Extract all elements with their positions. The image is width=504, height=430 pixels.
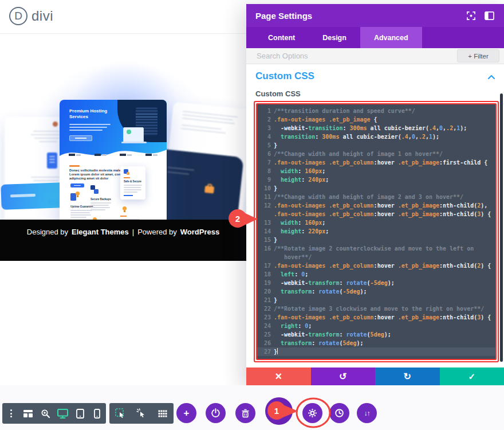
code-row[interactable]: 16/**Rotate image 2 counterclockwise and… [257, 244, 495, 253]
text-cursor [277, 348, 278, 354]
grid-mode-button[interactable] [155, 406, 170, 421]
code-row[interactable]: 9 height: 240px; [257, 175, 495, 184]
code-line: width: 160px; [274, 218, 495, 227]
custom-css-editor[interactable]: 1/**transition duration and speed curve*… [256, 103, 497, 360]
powered-by-text: Powered by [137, 228, 177, 236]
collapse-section-button[interactable] [487, 73, 496, 80]
line-number: 23 [257, 313, 274, 322]
code-row[interactable]: .fan-out-images .et_pb_column:hover .et_… [257, 210, 495, 218]
pricing-box [47, 153, 57, 169]
sort-arrows-icon: ↓↑ [364, 409, 370, 417]
line-number: 24 [257, 322, 274, 330]
filter-button[interactable]: + Filter [457, 49, 499, 62]
custom-css-section-title[interactable]: Custom CSS [255, 71, 314, 82]
line-number: 27 [257, 347, 274, 356]
phone-icon [94, 409, 100, 419]
code-row[interactable]: 12.fan-out-images .et_pb_column:hover .e… [257, 201, 495, 210]
code-line: transform: rotate(5deg); [274, 339, 495, 347]
phone-view-button[interactable] [90, 406, 105, 421]
code-row[interactable]: 3 -webkit-transition: 300ms all cubic-be… [257, 124, 495, 132]
code-line: height: 240px; [274, 175, 495, 184]
code-row[interactable]: 15} [257, 236, 495, 244]
code-row[interactable]: 1/**transition duration and speed curve*… [257, 107, 495, 115]
line-number: 6 [257, 150, 274, 158]
tab-design[interactable]: Design [309, 27, 360, 48]
search-options-input[interactable] [255, 51, 457, 61]
focus-icon [466, 11, 476, 21]
undo-button[interactable]: ↺ [311, 368, 376, 385]
custom-css-field-label: Custom CSS [255, 89, 301, 98]
hover-mode-button[interactable] [113, 406, 128, 421]
code-row[interactable]: 19 -webkit-transform: rotate(-5deg); [257, 279, 495, 287]
zoom-button[interactable] [38, 406, 53, 421]
redo-icon: ↻ [404, 371, 411, 382]
code-line: .fan-out-images .et_pb_column:hover .et_… [274, 313, 495, 322]
line-number [257, 210, 274, 218]
code-row[interactable]: 21} [257, 296, 495, 304]
code-line: -webkit-transform: rotate(5deg); [274, 330, 495, 339]
line-number: 5 [257, 141, 274, 150]
elegant-themes-link[interactable]: Elegant Themes [72, 228, 129, 236]
dock-panel-button[interactable] [482, 9, 496, 22]
save-to-library-button[interactable] [206, 403, 226, 423]
code-row[interactable]: 24 right: 0; [257, 322, 495, 330]
desktop-view-button[interactable] [56, 406, 70, 421]
backup-icon-front [94, 189, 99, 194]
add-module-button[interactable]: + [176, 403, 196, 423]
code-row[interactable]: 10} [257, 184, 495, 193]
divi-logo-icon: D [9, 7, 27, 25]
code-row[interactable]: 26 transform: rotate(5deg); [257, 339, 495, 347]
builder-menu-circle[interactable] [265, 397, 293, 425]
code-row[interactable]: 4 transition: 300ms all cubic-bezier(.4,… [257, 132, 495, 141]
wordpress-link[interactable]: WordPress [180, 228, 219, 236]
click-mode-button[interactable] [134, 406, 149, 421]
code-row[interactable]: 17.fan-out-images .et_pb_column:hover .e… [257, 261, 495, 270]
code-row[interactable]: 23.fan-out-images .et_pb_column:hover .e… [257, 313, 495, 322]
code-row[interactable]: 14 height: 220px; [257, 227, 495, 236]
tab-content[interactable]: Content [254, 27, 309, 48]
code-row[interactable]: 7.fan-out-images .et_pb_column:hover .et… [257, 158, 495, 167]
discard-button[interactable]: × [246, 368, 311, 385]
code-row[interactable]: 5} [257, 141, 495, 150]
page-settings-button[interactable] [302, 403, 322, 423]
hero-button [69, 135, 92, 141]
code-row[interactable]: 11/**Change width and height of image 2 … [257, 193, 495, 201]
code-row[interactable]: 6/**Change width and height of image 1 o… [257, 150, 495, 158]
code-row[interactable]: 8 width: 160px; [257, 167, 495, 175]
clear-layout-button[interactable] [235, 403, 255, 423]
code-row[interactable]: 22/**Rotate image 3 clockwise and move t… [257, 304, 495, 313]
code-row[interactable]: 13 width: 160px; [257, 218, 495, 227]
wireframe-view-button[interactable] [21, 406, 36, 421]
portability-button[interactable]: ↓↑ [357, 403, 377, 423]
expand-modal-button[interactable] [464, 9, 478, 22]
tab-advanced[interactable]: Advanced [360, 27, 422, 48]
code-line: -webkit-transition: 300ms all cubic-bezi… [274, 124, 495, 132]
code-line: .fan-out-images .et_pb_column:hover .et_… [274, 210, 495, 218]
page-preview: Premium Hosting Services Donec sollicitu… [0, 33, 246, 220]
code-line: hover**/ [274, 253, 495, 261]
redo-button[interactable]: ↻ [375, 368, 440, 385]
code-row[interactable]: 18 left: 0; [257, 270, 495, 279]
line-number: 12 [257, 201, 274, 210]
more-options-button[interactable] [3, 406, 18, 421]
code-row[interactable]: 27} [257, 347, 495, 356]
line-number: 18 [257, 270, 274, 279]
tablet-view-button[interactable] [73, 406, 88, 421]
code-row[interactable]: hover**/ [257, 253, 495, 261]
code-line: .fan-out-images .et_pb_column:hover .et_… [274, 261, 495, 270]
trash-icon [241, 409, 250, 418]
code-row[interactable]: 2.fan-out-images .et_pb_image { [257, 115, 495, 124]
line-number: 8 [257, 167, 274, 175]
panel-title: Page Settings [255, 11, 459, 21]
hero-title: Premium Hosting Services [69, 108, 117, 119]
wireframe-icon [23, 409, 33, 418]
panel-scrollbar[interactable] [500, 93, 503, 362]
safe-secure-card: Safe & Secure [120, 166, 145, 200]
select-mode-icon [115, 408, 125, 419]
editing-history-button[interactable] [329, 403, 349, 423]
code-row[interactable]: 20 transform: rotate(-5deg); [257, 287, 495, 296]
save-button[interactable]: ✓ [440, 368, 504, 385]
code-line: /**Rotate image 3 clockwise and move to … [274, 304, 495, 313]
code-row[interactable]: 25 -webkit-transform: rotate(5deg); [257, 330, 495, 339]
code-line: .fan-out-images .et_pb_image { [274, 115, 495, 124]
